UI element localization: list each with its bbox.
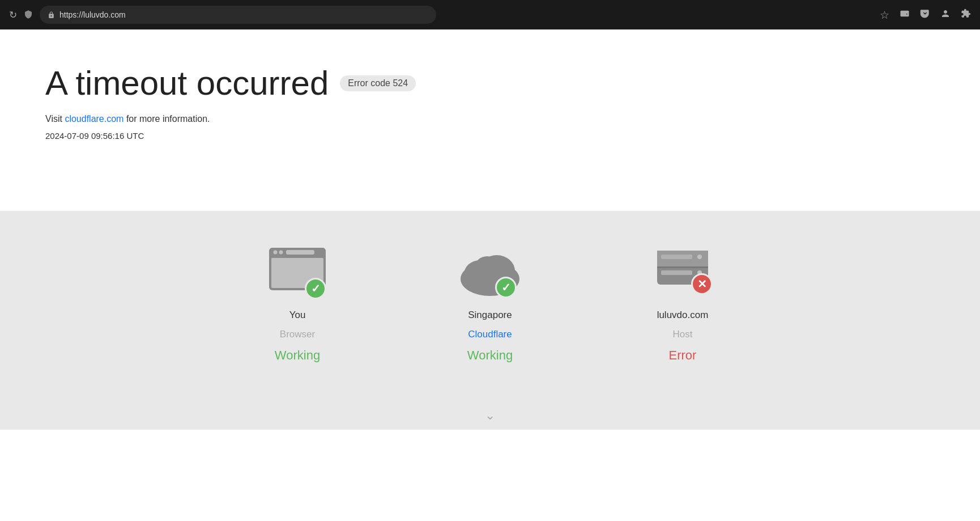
svg-rect-0 <box>901 10 909 16</box>
browser-toolbar-icons: ☆ <box>880 9 971 22</box>
you-icon-container: ✓ <box>261 239 334 302</box>
you-name: You <box>289 310 306 321</box>
scroll-caret-icon: ⌄ <box>485 408 495 423</box>
singapore-icon-container: ✓ <box>453 239 527 302</box>
host-name: luluvdo.com <box>657 310 709 321</box>
status-node-you: ✓ You Browser Working <box>201 239 394 363</box>
wallet-icon[interactable] <box>900 9 910 22</box>
host-type: Host <box>673 329 693 340</box>
lock-icon <box>48 11 55 19</box>
page-content: A timeout occurred Error code 524 Visit … <box>0 29 980 211</box>
singapore-status: Working <box>467 348 513 363</box>
visit-prefix: Visit <box>45 114 65 124</box>
status-section: ✓ You Browser Working ✓ Singapore Cloudf… <box>0 211 980 408</box>
extensions-icon[interactable] <box>961 9 971 22</box>
svg-point-6 <box>279 251 283 255</box>
shield-icon <box>24 10 33 20</box>
host-status: Error <box>669 348 697 363</box>
star-icon[interactable]: ☆ <box>880 9 889 22</box>
you-status: Working <box>275 348 320 363</box>
visit-suffix: for more information. <box>123 114 210 124</box>
host-status-indicator: ✕ <box>691 273 713 295</box>
svg-rect-16 <box>661 270 692 275</box>
svg-rect-7 <box>286 250 314 255</box>
svg-point-5 <box>274 251 278 255</box>
status-node-singapore: ✓ Singapore Cloudflare Working <box>394 239 586 363</box>
account-icon[interactable] <box>940 9 951 22</box>
you-type: Browser <box>280 329 315 340</box>
svg-point-17 <box>697 255 702 259</box>
cloudflare-link[interactable]: cloudflare.com <box>65 114 123 124</box>
singapore-type: Cloudflare <box>468 329 512 340</box>
singapore-name: Singapore <box>468 310 512 321</box>
host-icon-container: ✕ <box>646 239 719 302</box>
title-text: A timeout occurred <box>45 63 329 103</box>
singapore-status-indicator: ✓ <box>495 277 517 298</box>
svg-rect-15 <box>661 255 692 259</box>
you-status-indicator: ✓ <box>305 278 326 299</box>
timestamp: 2024-07-09 09:56:16 UTC <box>45 131 935 141</box>
pocket-icon[interactable] <box>920 9 930 22</box>
svg-point-11 <box>475 256 500 279</box>
error-badge: Error code 524 <box>340 75 416 91</box>
page-title: A timeout occurred Error code 524 <box>45 63 935 103</box>
svg-rect-14 <box>657 266 708 268</box>
reload-button[interactable]: ↻ <box>9 9 17 21</box>
status-node-host: ✕ luluvdo.com Host Error <box>586 239 779 363</box>
scroll-hint: ⌄ <box>0 408 980 430</box>
url-text: https://luluvdo.com <box>59 10 126 19</box>
url-bar[interactable]: https://luluvdo.com <box>40 6 436 24</box>
browser-chrome: ↻ https://luluvdo.com ☆ <box>0 0 980 29</box>
visit-info: Visit cloudflare.com for more informatio… <box>45 114 935 124</box>
